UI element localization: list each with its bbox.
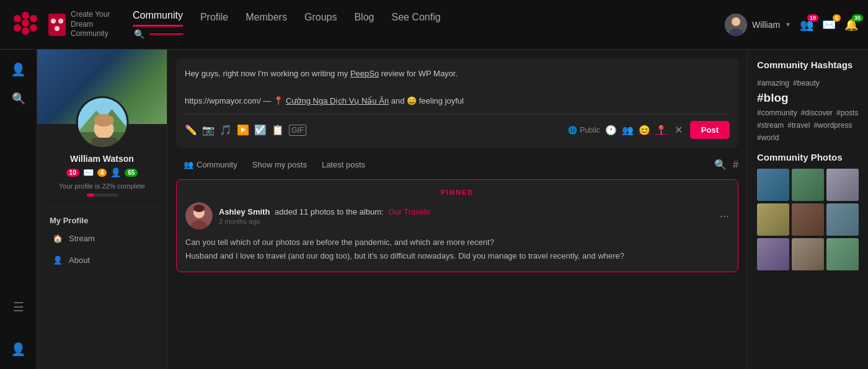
pinned-label: PINNED xyxy=(185,189,729,196)
close-button[interactable]: ✕ xyxy=(672,124,685,136)
hashtag-amazing[interactable]: #amazing xyxy=(757,79,789,87)
sidebar-menu-icon[interactable]: ☰ xyxy=(13,300,24,314)
music-icon[interactable]: 🎵 xyxy=(219,124,232,136)
emoji-icon[interactable]: 😊 xyxy=(639,125,650,136)
sidebar-people-icon[interactable]: 👤 xyxy=(11,62,26,77)
messages-badge: 5 xyxy=(833,14,841,22)
tab-show-my-posts[interactable]: Show my posts xyxy=(245,156,314,173)
notifications-badge: 35 xyxy=(852,14,863,22)
nav-community[interactable]: Community xyxy=(133,10,183,27)
video-icon[interactable]: ▶️ xyxy=(237,124,249,136)
nav-members[interactable]: Members xyxy=(246,12,287,27)
hashtag-discover[interactable]: #discover xyxy=(801,109,833,117)
photo-thumb-1[interactable] xyxy=(757,169,789,201)
photo-thumb-4[interactable] xyxy=(757,203,789,236)
hashtag-world[interactable]: #world xyxy=(757,133,779,142)
svg-point-5 xyxy=(30,24,37,32)
sidebar-search-icon[interactable]: 🔍 xyxy=(12,92,25,105)
map-pin-icon: 📍 xyxy=(273,96,283,105)
avatar[interactable] xyxy=(76,96,128,149)
list-icon[interactable]: 📋 xyxy=(272,124,284,136)
profile-badge-2: 4 xyxy=(97,169,107,177)
post-album-link[interactable]: Our Travels xyxy=(388,207,430,216)
about-icon: 👤 xyxy=(53,256,63,265)
nav-search-underline xyxy=(149,33,184,35)
svg-point-9 xyxy=(58,19,63,24)
hashtag-travel[interactable]: #travel xyxy=(787,121,810,130)
hashtags-grid: #amazing #beauty #blog #community #disco… xyxy=(757,79,859,142)
notifications-button[interactable]: 🔔 35 xyxy=(844,18,858,32)
photo-thumb-9[interactable] xyxy=(826,238,859,270)
svg-point-3 xyxy=(14,24,21,32)
nav-blog[interactable]: Blog xyxy=(354,12,374,27)
photo-thumb-3[interactable] xyxy=(826,169,859,201)
tab-community[interactable]: 👥 Community xyxy=(176,156,245,173)
post-author-name[interactable]: Ashley Smith xyxy=(219,207,270,216)
profile-badges-row: 10 ✉️ 4 👤 65 xyxy=(66,167,138,177)
nav-profile[interactable]: Profile xyxy=(200,12,228,27)
post-more-button[interactable]: ··· xyxy=(720,210,729,223)
profile-divider xyxy=(43,207,161,207)
composer-link[interactable]: PeepSo xyxy=(350,69,379,78)
feed-hashtag-icon[interactable]: # xyxy=(733,159,738,171)
user-name-nav: William xyxy=(752,20,780,30)
photo-thumb-5[interactable] xyxy=(792,203,824,236)
post-button[interactable]: Post xyxy=(690,121,730,139)
users-icon[interactable]: 👥 xyxy=(622,125,634,136)
hashtag-blog[interactable]: #blog xyxy=(757,91,859,105)
logo-icon[interactable] xyxy=(10,9,41,40)
photo-thumb-8[interactable] xyxy=(792,238,824,270)
clock-icon[interactable]: 🕐 xyxy=(605,125,617,136)
composer-url: https://wpmayor.com/ — xyxy=(185,96,273,105)
feed-tabs: 👥 Community Show my posts Latest posts 🔍… xyxy=(176,156,738,173)
svg-point-10 xyxy=(55,26,60,31)
hashtag-posts[interactable]: #posts xyxy=(836,109,858,117)
photo-thumb-2[interactable] xyxy=(792,169,824,201)
hashtag-stream[interactable]: #stream xyxy=(757,121,784,130)
profile-icon-user: 👤 xyxy=(110,167,121,177)
photos-grid xyxy=(757,169,859,270)
profile-badge-3: 65 xyxy=(125,169,138,177)
user-avatar-nav[interactable]: William ▼ xyxy=(725,14,791,36)
photo-thumb-6[interactable] xyxy=(826,203,859,236)
feed-search-icon[interactable]: 🔍 xyxy=(714,159,727,171)
svg-rect-19 xyxy=(91,138,117,149)
composer-toolbar: ✏️ 📷 🎵 ▶️ ☑️ 📋 GIF 🌐 Public 🕐 👥 😊 📍 ✕ Po… xyxy=(185,114,730,139)
friends-button[interactable]: 👥 10 xyxy=(800,18,813,32)
messages-button[interactable]: ✉️ 5 xyxy=(822,18,836,32)
post-header: Ashley Smith added 11 photos to the albu… xyxy=(185,202,729,229)
checklist-icon[interactable]: ☑️ xyxy=(254,124,267,136)
tab-latest-posts[interactable]: Latest posts xyxy=(314,156,373,173)
feeling-icon: 😄 xyxy=(407,96,417,105)
profile-badge-1: 10 xyxy=(66,169,79,177)
main-layout: 👤 🔍 ☰ 👤 xyxy=(0,50,868,369)
nav-see-config[interactable]: See Config xyxy=(391,12,440,27)
sidebar-user-icon[interactable]: 👤 xyxy=(11,342,26,357)
visibility-selector[interactable]: 🌐 Public xyxy=(568,126,600,135)
hashtag-beauty[interactable]: #beauty xyxy=(793,79,820,87)
photo-icon[interactable]: 📷 xyxy=(202,124,215,136)
profile-icon-mail: ✉️ xyxy=(83,167,94,177)
nav-search-icon[interactable]: 🔍 xyxy=(134,29,144,39)
svg-point-12 xyxy=(732,17,740,26)
photo-thumb-7[interactable] xyxy=(757,238,789,270)
svg-point-2 xyxy=(30,15,37,22)
globe-icon: 🌐 xyxy=(568,126,577,135)
sidebar-menu-about[interactable]: 👤 About xyxy=(43,249,161,271)
logo-text: Create Your Dream Community xyxy=(71,10,120,39)
hashtag-community[interactable]: #community xyxy=(757,109,797,117)
hashtag-wordpress[interactable]: #wordpress xyxy=(813,121,852,130)
tab-community-icon: 👥 xyxy=(184,160,193,169)
visibility-label: Public xyxy=(580,126,600,135)
gif-icon[interactable]: GIF xyxy=(289,125,306,136)
location-icon[interactable]: 📍 xyxy=(655,125,667,136)
left-icon-sidebar: 👤 🔍 ☰ 👤 xyxy=(0,50,37,369)
show-my-posts-label: Show my posts xyxy=(252,160,307,169)
svg-point-1 xyxy=(22,12,29,19)
nav-groups[interactable]: Groups xyxy=(304,12,337,27)
top-nav: Create Your Dream Community Community Pr… xyxy=(0,0,868,50)
svg-point-20 xyxy=(94,114,113,127)
sidebar-menu-stream[interactable]: 🏠 Stream xyxy=(43,228,161,249)
edit-icon[interactable]: ✏️ xyxy=(185,124,197,136)
post-avatar[interactable] xyxy=(185,202,213,229)
